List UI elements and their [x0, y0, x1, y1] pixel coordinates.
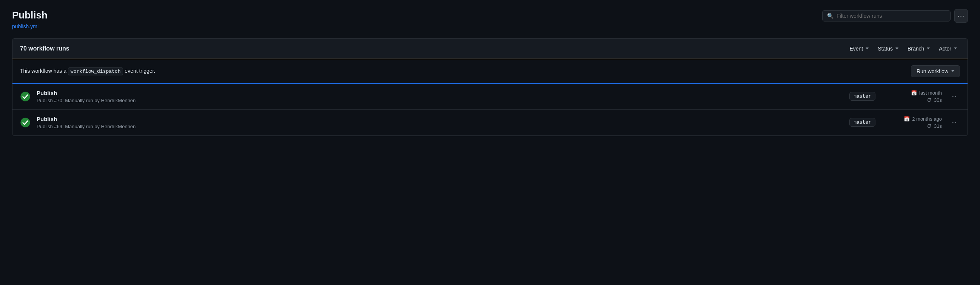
run-meta: 📅 2 months ago ⏱ 31s — [881, 116, 942, 129]
run-workflow-chevron-icon — [951, 70, 955, 72]
more-options-button[interactable]: ··· — [955, 9, 968, 23]
run-duration: ⏱ 31s — [927, 123, 942, 129]
dispatch-text-before: This workflow has a — [20, 68, 68, 74]
calendar-icon: 📅 — [911, 90, 917, 96]
calendar-icon: 📅 — [904, 116, 910, 122]
branch-chevron-icon — [927, 48, 930, 49]
run-title[interactable]: Publish — [37, 116, 843, 122]
success-status-icon — [20, 91, 30, 102]
clock-icon: ⏱ — [927, 123, 932, 129]
run-info: Publish Publish #70: Manually run by Hen… — [37, 90, 843, 103]
dispatch-text: This workflow has a workflow_dispatch ev… — [20, 68, 155, 74]
actor-filter-label: Actor — [939, 46, 951, 52]
run-workflow-button[interactable]: Run workflow — [911, 65, 960, 77]
clock-icon: ⏱ — [927, 97, 932, 103]
event-chevron-icon — [865, 48, 869, 49]
search-input[interactable] — [837, 13, 946, 19]
actor-chevron-icon — [954, 48, 957, 49]
run-branch: master — [850, 92, 875, 101]
search-icon: 🔍 — [827, 13, 834, 19]
actor-filter-button[interactable]: Actor — [936, 44, 960, 53]
dispatch-code: workflow_dispatch — [68, 68, 123, 75]
svg-point-0 — [21, 92, 30, 101]
run-date-label: 2 months ago — [912, 116, 942, 122]
status-filter-label: Status — [878, 46, 893, 52]
run-info: Publish Publish #69: Manually run by Hen… — [37, 116, 843, 129]
branch-filter-button[interactable]: Branch — [905, 44, 933, 53]
run-date: 📅 2 months ago — [904, 116, 942, 122]
main-card: 70 workflow runs Event Status Branch Act… — [12, 38, 968, 136]
filter-bar: 70 workflow runs Event Status Branch Act… — [13, 39, 967, 59]
run-branch: master — [850, 118, 875, 127]
branch-badge[interactable]: master — [850, 118, 875, 127]
run-date: 📅 last month — [911, 90, 942, 96]
status-chevron-icon — [896, 48, 899, 49]
dispatch-text-after: event trigger. — [123, 68, 155, 74]
run-more-button[interactable]: ··· — [948, 117, 960, 128]
run-workflow-label: Run workflow — [916, 68, 948, 74]
run-title[interactable]: Publish — [37, 90, 843, 96]
run-subtitle: Publish #69: Manually run by HendrikMenn… — [37, 124, 843, 129]
header-left: Publish publish.yml — [12, 9, 48, 29]
branch-badge[interactable]: master — [850, 92, 875, 101]
run-meta: 📅 last month ⏱ 30s — [881, 90, 942, 103]
event-filter-button[interactable]: Event — [846, 44, 872, 53]
header-right: 🔍 ··· — [822, 9, 968, 23]
status-filter-button[interactable]: Status — [875, 44, 902, 53]
event-filter-label: Event — [850, 46, 863, 52]
run-duration-label: 31s — [934, 123, 942, 129]
search-box[interactable]: 🔍 — [822, 10, 951, 22]
run-row[interactable]: Publish Publish #70: Manually run by Hen… — [13, 84, 967, 110]
workflow-file-link[interactable]: publish.yml — [12, 24, 48, 29]
run-subtitle: Publish #70: Manually run by HendrikMenn… — [37, 98, 843, 103]
page-header: Publish publish.yml 🔍 ··· — [12, 9, 968, 29]
run-duration: ⏱ 30s — [927, 97, 942, 103]
svg-point-1 — [21, 118, 30, 127]
filter-buttons: Event Status Branch Actor — [846, 44, 960, 53]
success-status-icon — [20, 117, 30, 128]
run-duration-label: 30s — [934, 97, 942, 103]
dispatch-notice: This workflow has a workflow_dispatch ev… — [13, 59, 967, 84]
run-row[interactable]: Publish Publish #69: Manually run by Hen… — [13, 110, 967, 136]
page-title: Publish — [12, 9, 48, 22]
run-date-label: last month — [919, 90, 942, 96]
workflow-count: 70 workflow runs — [20, 45, 70, 52]
branch-filter-label: Branch — [907, 46, 924, 52]
run-more-button[interactable]: ··· — [948, 90, 960, 103]
